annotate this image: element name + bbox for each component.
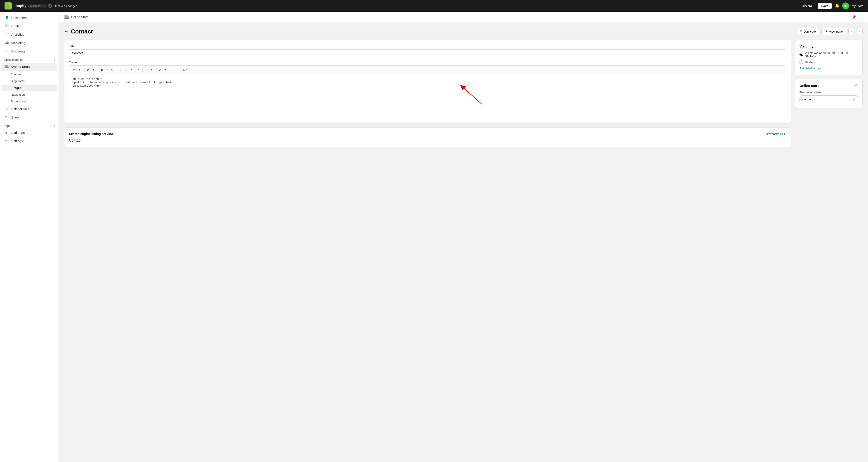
contact-header: ← Contact ⧉ Duplicate 👁 View page ‹ › xyxy=(64,28,863,35)
analytics-icon: 📊 xyxy=(5,33,9,37)
add-apps-icon: ⊕ xyxy=(5,131,9,135)
text-color-button[interactable]: A xyxy=(158,67,162,72)
edit-seo-link[interactable]: Edit website SEO xyxy=(764,132,786,136)
theme-template-select[interactable]: contact xyxy=(800,95,858,103)
sidebar-item-add-apps[interactable]: ⊕ Add apps xyxy=(1,129,57,137)
sidebar-sub-pages[interactable]: Pages xyxy=(1,85,57,91)
visibility-card: Visibility Visible (as of 7/17/2024, 7:3… xyxy=(795,39,863,75)
content-editor[interactable]: <h1>Get help</h1> <p>If you have any que… xyxy=(69,74,786,119)
indent-decrease-button[interactable]: ⇤ xyxy=(129,67,134,72)
logo-area: shopify Summer '24 xyxy=(4,2,46,9)
underline-button[interactable]: U xyxy=(110,67,115,72)
sidebar-item-point-of-sale[interactable]: 🖥 Point of Sale xyxy=(1,105,57,113)
hidden-radio-row: Hidden xyxy=(800,60,858,64)
sidebar-item-online-store[interactable]: 🏬 Online Store xyxy=(1,63,57,71)
text-color-chevron-button[interactable]: ▾ xyxy=(164,67,168,72)
sidebar-label-discounts: Discounts xyxy=(11,50,25,53)
sidebar-sub-blog-posts[interactable]: Blog posts xyxy=(1,78,57,84)
source-code-button[interactable]: </> xyxy=(181,67,189,72)
editor-wrapper: <h1>Get help</h1> <p>If you have any que… xyxy=(69,74,786,119)
app-body: 👤 Customers 📄 Content 📊 Analytics 📣 Mark… xyxy=(0,12,868,462)
more-toolbar-button[interactable]: ··· xyxy=(172,67,177,72)
resize-handle[interactable]: ⋱ xyxy=(783,116,785,118)
svg-point-1 xyxy=(8,5,8,6)
visible-radio[interactable] xyxy=(800,53,803,57)
pin-icon[interactable]: 📌 xyxy=(852,15,856,19)
sidebar-item-marketing[interactable]: 📣 Marketing xyxy=(1,39,57,47)
side-column: Visibility Visible (as of 7/17/2024, 7:3… xyxy=(795,39,863,147)
topnav-right: 🔔 MS My Store xyxy=(835,2,864,9)
sidebar-item-settings[interactable]: ⚙ Settings xyxy=(1,137,57,145)
nav-next-button[interactable]: › xyxy=(857,28,863,35)
font-chevron-button[interactable]: ▾ xyxy=(92,67,96,72)
sidebar-sub-themes[interactable]: Themes xyxy=(1,71,57,78)
duplicate-icon: ⧉ xyxy=(800,30,802,33)
duplicate-button[interactable]: ⧉ Duplicate xyxy=(797,28,819,35)
sidebar-item-discounts[interactable]: 🏷 Discounts xyxy=(1,47,57,55)
online-store-card-header: Online store 👁 xyxy=(800,84,858,88)
customers-icon: 👤 xyxy=(5,16,9,20)
store-name-label: My Store xyxy=(852,4,864,8)
main-column: Title ✦ Content ✦ xyxy=(64,39,791,147)
save-button[interactable]: Save xyxy=(818,3,832,9)
pos-icon: 🖥 xyxy=(5,107,9,111)
sidebar-label-shop: Shop xyxy=(11,116,19,119)
visibility-card-title: Visibility xyxy=(800,44,858,48)
view-page-button[interactable]: 👁 View page xyxy=(822,28,846,35)
title-content-card: Title ✦ Content ✦ xyxy=(64,39,791,124)
avatar[interactable]: MS xyxy=(842,2,849,9)
font-button[interactable]: A xyxy=(86,67,91,72)
sidebar-sub-preferences[interactable]: Preferences xyxy=(1,98,57,105)
two-col-layout: Title ✦ Content ✦ xyxy=(64,39,863,147)
discard-button[interactable]: Discard xyxy=(799,3,815,9)
online-store-header-label: Online Store xyxy=(71,15,89,19)
italic-button[interactable]: I xyxy=(105,67,109,72)
shopify-name-label: shopify xyxy=(13,4,26,8)
visible-label: Visible (as of 7/17/2024, 7:33 PM GMT+2) xyxy=(805,51,858,58)
bullet-list-button[interactable]: ≡ xyxy=(119,67,123,72)
sidebar-sub-navigation[interactable]: Navigation xyxy=(1,91,57,98)
unsaved-label: Unsaved changes xyxy=(54,4,77,8)
ai-sparkle-icon[interactable]: ✦ xyxy=(784,44,786,48)
align-chevron-button[interactable]: ▾ xyxy=(150,67,154,72)
sales-channels-chevron-icon[interactable]: › xyxy=(54,58,55,62)
sidebar-label-pos: Point of Sale xyxy=(11,107,29,111)
numbered-list-button[interactable]: ≡ xyxy=(124,67,128,72)
sales-channels-label: Sales channels xyxy=(4,58,23,62)
back-button[interactable]: ← xyxy=(64,29,68,34)
online-store-breadcrumb: 🏬 Online Store xyxy=(64,14,89,20)
apps-chevron-icon[interactable]: › xyxy=(54,124,55,127)
indent-increase-button[interactable]: ⇥ xyxy=(135,67,141,72)
page-title: Contact xyxy=(71,28,93,35)
hidden-radio[interactable] xyxy=(800,60,803,64)
online-store-eye-icon[interactable]: 👁 xyxy=(854,84,858,88)
set-visibility-date-link[interactable]: Set visibility date xyxy=(800,67,822,70)
online-store-card: Online store 👁 Theme template contact xyxy=(795,79,863,108)
ai-toolbar-button[interactable]: ✦ xyxy=(71,67,76,72)
sidebar-label-navigation: Navigation xyxy=(11,93,25,96)
ai-chevron-button[interactable]: ▾ xyxy=(78,67,82,72)
settings-icon: ⚙ xyxy=(5,139,9,143)
notifications-icon[interactable]: 🔔 xyxy=(835,3,839,8)
sidebar-item-customers[interactable]: 👤 Customers xyxy=(1,14,57,22)
marketing-icon: 📣 xyxy=(5,41,9,45)
nav-prev-button[interactable]: ‹ xyxy=(848,28,854,35)
title-field-label: Title ✦ xyxy=(69,44,786,48)
sidebar-item-content[interactable]: 📄 Content xyxy=(1,22,57,30)
unsaved-dot-icon: ⏱ xyxy=(49,4,52,8)
seo-card: Search engine listing preview Edit websi… xyxy=(64,127,791,147)
seo-card-header: Search engine listing preview Edit websi… xyxy=(69,132,786,136)
sidebar-label-themes: Themes xyxy=(11,72,22,76)
align-button[interactable]: ≡ xyxy=(145,67,149,72)
seo-page-title: Contact xyxy=(69,138,786,143)
online-store-header-icon: 🏬 xyxy=(64,14,69,20)
more-options-icon[interactable]: ⋯ xyxy=(859,15,863,19)
sidebar-label-analytics: Analytics xyxy=(11,33,24,36)
shop-icon: 🛍 xyxy=(5,115,9,119)
title-input[interactable] xyxy=(69,49,786,57)
sidebar-item-analytics[interactable]: 📊 Analytics xyxy=(1,31,57,39)
sidebar-item-shop[interactable]: 🛍 Shop xyxy=(1,113,57,121)
apps-section: Apps › xyxy=(0,122,59,128)
bold-button[interactable]: B xyxy=(100,67,104,72)
unsaved-indicator: ⏱ Unsaved changes xyxy=(49,4,77,8)
